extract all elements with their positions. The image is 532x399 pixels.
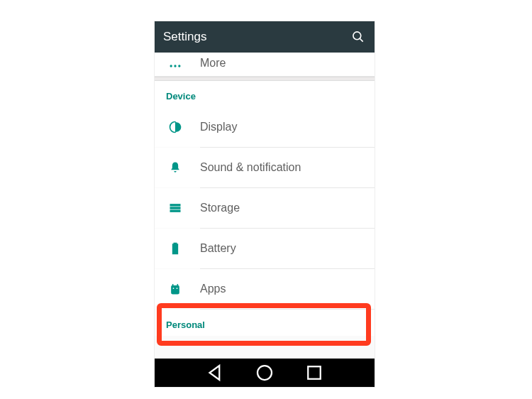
- settings-item-label: More: [200, 57, 226, 70]
- svg-point-8: [257, 366, 272, 380]
- storage-icon: [166, 199, 184, 217]
- nav-home-button[interactable]: [254, 362, 275, 383]
- svg-point-4: [178, 65, 180, 67]
- android-navbar: [155, 359, 375, 387]
- search-icon: [351, 30, 365, 44]
- battery-icon: [166, 239, 184, 258]
- more-icon: [166, 57, 184, 75]
- settings-item-label: Display: [200, 121, 237, 133]
- svg-line-1: [360, 39, 363, 42]
- svg-rect-7: [170, 210, 181, 212]
- settings-screen: Settings More Device Display: [155, 21, 375, 387]
- settings-item-label: Storage: [200, 202, 240, 214]
- settings-item-label: Battery: [200, 242, 236, 255]
- settings-item-label: Apps: [200, 283, 226, 295]
- square-recent-icon: [304, 362, 325, 383]
- settings-item-sound[interactable]: Sound & notification: [155, 148, 375, 187]
- svg-rect-9: [308, 366, 321, 379]
- settings-item-label: Sound & notification: [200, 161, 301, 174]
- settings-item-storage[interactable]: Storage: [155, 188, 375, 228]
- nav-recent-button[interactable]: [304, 362, 325, 383]
- circle-home-icon: [254, 362, 275, 383]
- triangle-back-icon: [204, 362, 226, 383]
- display-icon: [166, 118, 184, 136]
- apps-icon: [166, 280, 184, 298]
- svg-point-0: [353, 32, 361, 40]
- svg-point-2: [170, 65, 172, 67]
- settings-item-display[interactable]: Display: [155, 107, 375, 147]
- appbar: Settings: [155, 21, 375, 53]
- settings-item-apps[interactable]: Apps: [155, 269, 375, 309]
- bell-icon: [166, 158, 184, 177]
- settings-list[interactable]: More Device Display Sound & notification: [155, 53, 375, 359]
- section-header-device: Device: [155, 81, 375, 107]
- settings-item-more[interactable]: More: [155, 53, 375, 77]
- nav-back-button[interactable]: [204, 362, 226, 383]
- section-header-personal: Personal: [155, 310, 375, 336]
- svg-rect-5: [170, 204, 181, 206]
- svg-rect-6: [170, 207, 181, 209]
- page-title: Settings: [163, 30, 350, 44]
- settings-item-battery[interactable]: Battery: [155, 229, 375, 268]
- search-button[interactable]: [350, 29, 366, 45]
- svg-point-3: [174, 65, 176, 67]
